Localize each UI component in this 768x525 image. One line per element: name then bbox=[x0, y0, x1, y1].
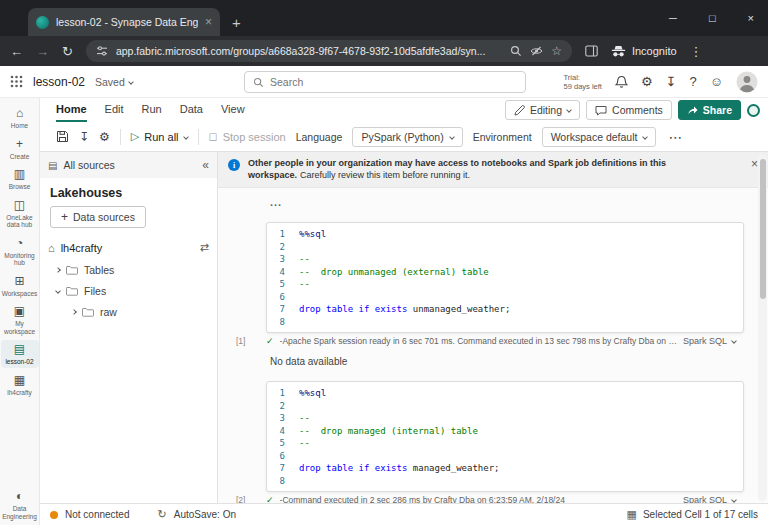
browser-tab[interactable]: lesson-02 - Synapse Data Engin × bbox=[28, 8, 220, 36]
notebook-cell[interactable]: 1%%sql 2 3-- 4-- drop managed (internal)… bbox=[218, 381, 744, 503]
code-editor[interactable]: 1%%sql 2 3-- 4-- drop managed (internal)… bbox=[266, 381, 744, 492]
tree-item-raw[interactable]: raw bbox=[40, 301, 217, 322]
rail-label: My workspace bbox=[1, 320, 39, 335]
more-options-icon[interactable]: ⋯ bbox=[668, 129, 682, 145]
sidebar-item-browse[interactable]: ▥Browse bbox=[1, 165, 39, 193]
editing-mode-button[interactable]: Editing bbox=[505, 100, 580, 120]
code-line[interactable]: 8 bbox=[267, 475, 743, 488]
tab-data[interactable]: Data bbox=[180, 98, 203, 122]
sidebar-item-monitoring[interactable]: ◔Monitoring hub bbox=[1, 234, 39, 269]
back-icon[interactable]: ← bbox=[10, 45, 23, 58]
side-panel-icon[interactable] bbox=[585, 45, 598, 57]
save-icon[interactable] bbox=[56, 130, 69, 143]
language-dropdown[interactable]: PySpark (Python) bbox=[352, 127, 462, 147]
downloads-icon[interactable]: ↧ bbox=[666, 75, 677, 88]
code-line[interactable]: 2 bbox=[267, 400, 743, 413]
line-number: 7 bbox=[267, 303, 299, 316]
tree-item-label: Tables bbox=[84, 264, 114, 276]
forward-icon[interactable]: → bbox=[36, 45, 49, 58]
tree-item-tables[interactable]: Tables bbox=[40, 259, 217, 280]
tree-item-files[interactable]: Files bbox=[40, 280, 217, 301]
code-editor[interactable]: 1%%sql 2 3-- 4-- drop unmanaged (externa… bbox=[266, 222, 744, 333]
save-status[interactable]: Saved bbox=[95, 76, 133, 88]
cell-language-selector[interactable]: Spark SQL bbox=[683, 495, 736, 503]
tab-run[interactable]: Run bbox=[142, 98, 162, 122]
tab-home[interactable]: Home bbox=[56, 98, 87, 122]
code-line[interactable]: 7drop table if exists managed_weather; bbox=[267, 462, 743, 475]
account-avatar[interactable] bbox=[736, 71, 758, 93]
run-all-button[interactable]: ▷Run all bbox=[131, 130, 188, 143]
new-tab-button[interactable]: + bbox=[232, 15, 241, 30]
global-search[interactable] bbox=[244, 71, 526, 93]
code-line[interactable]: 6 bbox=[267, 450, 743, 463]
reload-icon[interactable]: ↻ bbox=[62, 45, 73, 58]
code-line[interactable]: 3-- bbox=[267, 253, 743, 266]
home-icon: ⌂ bbox=[16, 107, 23, 120]
comments-button[interactable]: Comments bbox=[586, 100, 672, 120]
sidebar-item-create[interactable]: +Create bbox=[1, 135, 39, 163]
sidebar-item-lh4crafty[interactable]: ▦lh4crafty bbox=[1, 371, 39, 399]
code-line[interactable]: 2 bbox=[267, 241, 743, 254]
eye-blocked-icon[interactable] bbox=[530, 45, 543, 57]
address-bar[interactable]: app.fabric.microsoft.com/groups/a668a328… bbox=[86, 40, 572, 62]
maximize-icon[interactable]: □ bbox=[709, 12, 716, 24]
banner-close-icon[interactable]: × bbox=[751, 158, 758, 170]
switch-lakehouse-icon[interactable]: ⇄ bbox=[200, 241, 209, 254]
zoom-icon[interactable] bbox=[510, 45, 522, 57]
code-line[interactable]: 4-- drop managed (internal) table bbox=[267, 425, 743, 438]
notebook-cell[interactable]: 1%%sql 2 3-- 4-- drop unmanaged (externa… bbox=[218, 222, 744, 367]
code-line[interactable]: 7drop table if exists unmanaged_weather; bbox=[267, 303, 743, 316]
line-number: 8 bbox=[267, 475, 299, 488]
sidebar-item-onelake[interactable]: ◫OneLake data hub bbox=[1, 196, 39, 231]
settings-gear-icon[interactable]: ⚙ bbox=[641, 75, 653, 88]
stop-session-button[interactable]: ◻Stop session bbox=[209, 130, 286, 143]
chevron-down-icon bbox=[731, 497, 737, 503]
notebook-toolbar: ↧ ⚙ ▷Run all ◻Stop session Language PySp… bbox=[40, 122, 768, 152]
code-token: -- bbox=[299, 412, 310, 425]
code-line[interactable]: 6 bbox=[267, 291, 743, 304]
bookmark-star-icon[interactable]: ☆ bbox=[551, 45, 562, 57]
collapsed-cell-indicator[interactable]: ... bbox=[270, 196, 768, 208]
sidebar-item-data-engineering[interactable]: ◐Data Engineering bbox=[1, 487, 39, 522]
sidebar-item-my-workspace[interactable]: ▣My workspace bbox=[1, 302, 39, 337]
minimize-icon[interactable]: ─ bbox=[669, 12, 677, 24]
environment-dropdown[interactable]: Workspace default bbox=[542, 127, 657, 147]
tab-view[interactable]: View bbox=[221, 98, 245, 122]
notebook-settings-icon[interactable]: ⚙ bbox=[99, 131, 110, 143]
all-sources-header[interactable]: ▤ All sources « bbox=[40, 152, 217, 178]
code-line[interactable]: 5-- bbox=[267, 437, 743, 450]
sidebar-item-lesson-02[interactable]: ▤lesson-02 bbox=[1, 340, 39, 368]
waffle-icon[interactable] bbox=[10, 75, 23, 88]
tab-edit[interactable]: Edit bbox=[105, 98, 124, 122]
tune-icon[interactable] bbox=[96, 45, 108, 57]
cell-language-selector[interactable]: Spark SQL bbox=[683, 336, 736, 346]
help-icon[interactable]: ? bbox=[689, 75, 696, 88]
vertical-scrollbar[interactable] bbox=[758, 154, 767, 501]
code-line[interactable]: 4-- drop unmanaged (external) table bbox=[267, 266, 743, 279]
line-number: 8 bbox=[267, 316, 299, 329]
lakehouse-item[interactable]: ⌂ lh4crafty ⇄ bbox=[40, 236, 217, 259]
close-icon[interactable]: × bbox=[748, 12, 754, 24]
status-bar: Not connected ↻ AutoSave: On ▦ Selected … bbox=[40, 503, 768, 525]
export-download-icon[interactable]: ↧ bbox=[79, 131, 89, 143]
share-button[interactable]: Share bbox=[678, 100, 741, 120]
search-input[interactable] bbox=[270, 76, 517, 88]
play-icon: ▷ bbox=[131, 130, 139, 143]
browser-menu-icon[interactable]: ⋮ bbox=[690, 44, 703, 59]
code-line[interactable]: 1%%sql bbox=[267, 387, 743, 400]
code-line[interactable]: 5-- bbox=[267, 278, 743, 291]
tab-close-icon[interactable]: × bbox=[205, 16, 212, 28]
scrollbar-thumb[interactable] bbox=[760, 159, 766, 299]
sidebar-item-home[interactable]: ⌂Home bbox=[1, 104, 39, 132]
autosave-label[interactable]: AutoSave: On bbox=[174, 509, 236, 520]
notebook-title[interactable]: lesson-02 bbox=[33, 75, 85, 89]
presence-avatar[interactable] bbox=[747, 104, 760, 117]
collapse-panel-icon[interactable]: « bbox=[202, 159, 209, 171]
code-line[interactable]: 8 bbox=[267, 316, 743, 329]
code-line[interactable]: 1%%sql bbox=[267, 228, 743, 241]
sidebar-item-workspaces[interactable]: ⊞Workspaces bbox=[1, 272, 39, 300]
feedback-icon[interactable]: ☺ bbox=[710, 75, 723, 88]
notifications-bell-icon[interactable] bbox=[615, 75, 628, 89]
add-data-sources-button[interactable]: +Data sources bbox=[50, 206, 146, 228]
code-line[interactable]: 3-- bbox=[267, 412, 743, 425]
